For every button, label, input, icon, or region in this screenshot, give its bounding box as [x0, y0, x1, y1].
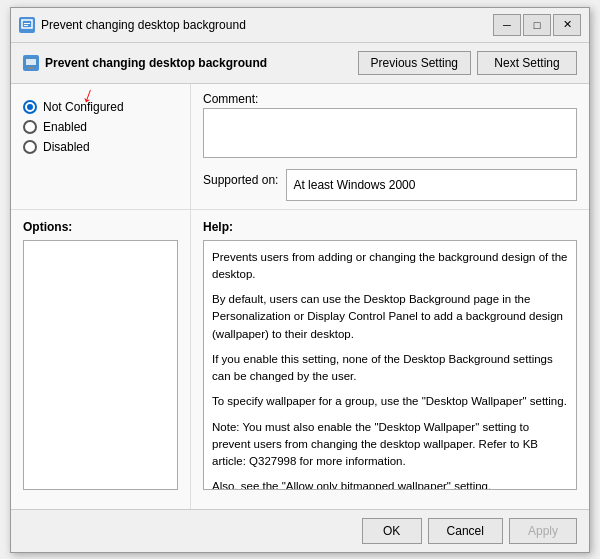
help-content-box[interactable]: Prevents users from adding or changing t…: [203, 240, 577, 490]
comment-section: Comment:: [203, 92, 577, 161]
prev-setting-button[interactable]: Previous Setting: [358, 51, 471, 75]
help-paragraph: To specify wallpaper for a group, use th…: [212, 393, 568, 410]
radio-label-disabled: Disabled: [43, 140, 90, 154]
help-label: Help:: [203, 220, 577, 234]
radio-label-not-configured: Not Configured: [43, 100, 124, 114]
footer: OK Cancel Apply: [11, 509, 589, 552]
options-content-box: [23, 240, 178, 490]
options-panel: Options:: [11, 210, 191, 509]
title-bar-left: Prevent changing desktop background: [19, 17, 246, 33]
main-area: ↓ Not Configured Enabled Disabled Commen…: [11, 84, 589, 209]
radio-group: ↓ Not Configured Enabled Disabled: [23, 100, 178, 154]
header-icon: [23, 55, 39, 71]
cancel-button[interactable]: Cancel: [428, 518, 503, 544]
radio-circle-not-configured: [23, 100, 37, 114]
help-paragraph: Note: You must also enable the "Desktop …: [212, 419, 568, 471]
radio-circle-enabled: [23, 120, 37, 134]
apply-button[interactable]: Apply: [509, 518, 577, 544]
supported-label: Supported on:: [203, 169, 278, 187]
svg-rect-4: [26, 59, 36, 65]
header-navigation: Previous Setting Next Setting: [358, 51, 577, 75]
right-panel: Comment: Supported on: At least Windows …: [191, 84, 589, 209]
radio-not-configured[interactable]: Not Configured: [23, 100, 178, 114]
header-title: Prevent changing desktop background: [23, 55, 267, 71]
next-setting-button[interactable]: Next Setting: [477, 51, 577, 75]
radio-enabled[interactable]: Enabled: [23, 120, 178, 134]
comment-label: Comment:: [203, 92, 577, 106]
close-button[interactable]: ✕: [553, 14, 581, 36]
radio-label-enabled: Enabled: [43, 120, 87, 134]
ok-button[interactable]: OK: [362, 518, 422, 544]
options-label: Options:: [23, 220, 178, 234]
svg-rect-5: [28, 67, 34, 69]
svg-rect-2: [24, 25, 28, 26]
radio-disabled[interactable]: Disabled: [23, 140, 178, 154]
help-paragraph: Also, see the "Allow only bitmapped wall…: [212, 478, 568, 489]
maximize-button[interactable]: □: [523, 14, 551, 36]
radio-circle-disabled: [23, 140, 37, 154]
header-policy-title: Prevent changing desktop background: [45, 56, 267, 70]
supported-section: Supported on: At least Windows 2000: [203, 169, 577, 201]
comment-textarea[interactable]: [203, 108, 577, 158]
help-paragraph: If you enable this setting, none of the …: [212, 351, 568, 386]
window-title: Prevent changing desktop background: [41, 18, 246, 32]
help-panel: Help: Prevents users from adding or chan…: [191, 210, 589, 509]
svg-rect-1: [24, 23, 30, 24]
header-bar: Prevent changing desktop background Prev…: [11, 43, 589, 84]
help-paragraph: By default, users can use the Desktop Ba…: [212, 291, 568, 343]
main-window: Prevent changing desktop background ─ □ …: [10, 7, 590, 553]
supported-value: At least Windows 2000: [286, 169, 577, 201]
left-panel: ↓ Not Configured Enabled Disabled: [11, 84, 191, 209]
bottom-area: Options: Help: Prevents users from addin…: [11, 209, 589, 509]
title-bar-controls: ─ □ ✕: [493, 14, 581, 36]
help-paragraph: Prevents users from adding or changing t…: [212, 249, 568, 284]
window-icon: [19, 17, 35, 33]
title-bar: Prevent changing desktop background ─ □ …: [11, 8, 589, 43]
minimize-button[interactable]: ─: [493, 14, 521, 36]
